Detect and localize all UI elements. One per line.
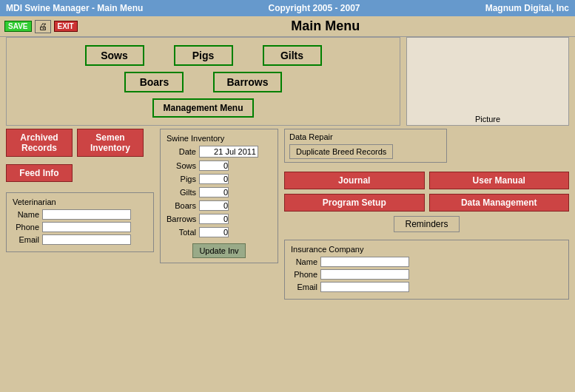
vet-phone-row: Phone xyxy=(13,222,147,232)
data-management-button[interactable]: Data Management xyxy=(429,194,570,212)
picture-label: Picture xyxy=(475,115,500,124)
vet-name-label: Name xyxy=(13,210,39,219)
dup-breed-button[interactable]: Duplicate Breed Records xyxy=(289,144,393,159)
journal-button[interactable]: Journal xyxy=(284,172,425,189)
ins-name-row: Name xyxy=(291,257,562,267)
swine-gilts-input[interactable] xyxy=(199,187,229,197)
semen-inventory-button[interactable]: Semen Inventory xyxy=(77,129,144,157)
vet-phone-label: Phone xyxy=(13,223,39,232)
right-area: Data Repair Duplicate Breed Records Jour… xyxy=(284,129,569,389)
swine-total-input[interactable] xyxy=(199,227,229,237)
print-button[interactable]: 🖨 xyxy=(35,20,51,33)
swine-pigs-input[interactable] xyxy=(199,174,229,184)
data-repair-panel: Data Repair Duplicate Breed Records xyxy=(284,129,447,163)
right-action-row-1: Journal User Manual xyxy=(284,172,569,189)
animal-panel: Sows Pigs Gilts Boars Barrows Management… xyxy=(6,37,400,126)
ins-email-input[interactable] xyxy=(320,282,409,292)
title-left: MDI Swine Manager - Main Menu xyxy=(6,3,143,13)
feed-info-row: Feed Info xyxy=(6,161,154,182)
swine-sows-input[interactable] xyxy=(199,160,229,171)
update-inv-button[interactable]: Update Inv xyxy=(192,243,245,258)
swine-barrows-label: Barrows xyxy=(167,214,196,223)
swine-total-label: Total xyxy=(167,228,196,237)
sows-button[interactable]: Sows xyxy=(85,45,144,66)
ins-email-row: Email xyxy=(291,282,562,292)
ins-phone-label: Phone xyxy=(291,270,317,279)
swine-boars-row: Boars xyxy=(167,200,272,211)
swine-boars-input[interactable] xyxy=(199,200,229,211)
ins-phone-row: Phone xyxy=(291,269,562,280)
update-row: Update Inv xyxy=(167,240,272,258)
data-repair-title: Data Repair xyxy=(289,132,442,141)
swine-gilts-row: Gilts xyxy=(167,187,272,197)
swine-inventory-title: Swine Inventory xyxy=(167,134,272,143)
swine-pigs-row: Pigs xyxy=(167,174,272,184)
swine-sows-label: Sows xyxy=(167,161,196,170)
swine-date-input[interactable] xyxy=(199,146,258,158)
management-button[interactable]: Management Menu xyxy=(152,98,253,118)
vet-email-input[interactable] xyxy=(42,234,131,245)
feed-info-button[interactable]: Feed Info xyxy=(6,164,73,182)
veterinarian-panel: Veterinarian Name Phone Email xyxy=(6,192,154,252)
archived-records-button[interactable]: Archived Records xyxy=(6,129,73,157)
title-bar: MDI Swine Manager - Main Menu Copyright … xyxy=(0,0,575,16)
boars-button[interactable]: Boars xyxy=(124,72,184,92)
pigs-button[interactable]: Pigs xyxy=(174,45,233,66)
top-section: Sows Pigs Gilts Boars Barrows Management… xyxy=(0,37,575,129)
vet-name-input[interactable] xyxy=(42,209,131,220)
swine-date-label: Date xyxy=(167,147,196,156)
bottom-section: Archived Records Semen Inventory Feed In… xyxy=(0,129,575,392)
insurance-panel: Insurance Company Name Phone Email xyxy=(284,240,569,300)
vet-email-row: Email xyxy=(13,234,147,245)
swine-barrows-row: Barrows xyxy=(167,214,272,224)
swine-barrows-input[interactable] xyxy=(199,214,229,224)
ins-email-label: Email xyxy=(291,283,317,291)
vet-name-row: Name xyxy=(13,209,147,220)
reminders-row: Reminders xyxy=(284,216,569,232)
page-title: Main Menu xyxy=(291,14,360,36)
picture-panel: Picture xyxy=(406,37,569,126)
reminders-button[interactable]: Reminders xyxy=(394,216,459,232)
main-content: Sows Pigs Gilts Boars Barrows Management… xyxy=(0,37,575,392)
program-setup-button[interactable]: Program Setup xyxy=(284,194,425,212)
swine-inventory-panel: Swine Inventory Date Sows Pigs Gilts xyxy=(160,129,278,263)
title-center: Copyright 2005 - 2007 xyxy=(268,3,360,13)
ins-name-label: Name xyxy=(291,257,317,266)
insurance-title: Insurance Company xyxy=(291,245,562,254)
ins-phone-input[interactable] xyxy=(320,269,409,280)
left-action-buttons: Archived Records Semen Inventory xyxy=(6,129,154,157)
right-action-row-2: Program Setup Data Management xyxy=(284,194,569,212)
swine-sows-row: Sows xyxy=(167,160,272,171)
left-column: Archived Records Semen Inventory Feed In… xyxy=(6,129,154,389)
swine-pigs-label: Pigs xyxy=(167,175,196,183)
user-manual-button[interactable]: User Manual xyxy=(429,172,570,189)
swine-gilts-label: Gilts xyxy=(167,188,196,197)
exit-button[interactable]: EXIT xyxy=(54,21,78,32)
gilts-button[interactable]: Gilts xyxy=(263,45,322,66)
save-button[interactable]: SAVE xyxy=(4,21,32,32)
management-row: Management Menu xyxy=(152,98,253,118)
center-column: Swine Inventory Date Sows Pigs Gilts xyxy=(160,129,278,389)
vet-phone-input[interactable] xyxy=(42,222,131,232)
vet-email-label: Email xyxy=(13,235,39,244)
title-right: Magnum Digital, Inc xyxy=(485,3,569,13)
ins-name-input[interactable] xyxy=(320,257,409,267)
toolbar: SAVE 🖨 EXIT Main Menu xyxy=(0,16,575,37)
veterinarian-title: Veterinarian xyxy=(13,197,147,206)
swine-date-row: Date xyxy=(167,146,272,158)
animal-row-1: Sows Pigs Gilts xyxy=(85,45,322,66)
barrows-button[interactable]: Barrows xyxy=(213,72,281,92)
swine-boars-label: Boars xyxy=(167,201,196,210)
swine-total-row: Total xyxy=(167,227,272,237)
animal-row-2: Boars Barrows xyxy=(124,72,281,92)
